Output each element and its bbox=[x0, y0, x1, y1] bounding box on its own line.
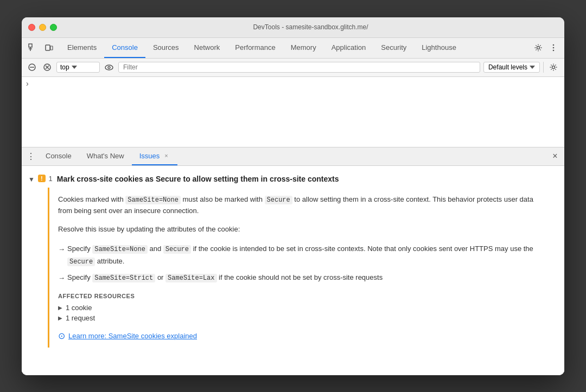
device-toolbar-button[interactable] bbox=[42, 41, 55, 54]
svg-point-7 bbox=[553, 47, 555, 49]
bullet1-code1: SameSite=None bbox=[92, 245, 148, 254]
bullet1-text1: Specify bbox=[67, 245, 92, 253]
context-selector[interactable]: top bbox=[56, 62, 100, 73]
tab-application[interactable]: Application bbox=[324, 38, 374, 58]
bullet2-text3: if the cookie should not be set by cross… bbox=[217, 273, 383, 281]
console-prompt: › bbox=[26, 79, 29, 88]
learn-more: ⊙ Learn more: SameSite cookies explained bbox=[58, 331, 549, 341]
desc-text1: Cookies marked with bbox=[58, 195, 125, 203]
svg-rect-4 bbox=[50, 46, 53, 50]
panel-tab-issues-label: Issues bbox=[139, 152, 160, 160]
default-levels-label: Default levels bbox=[488, 63, 527, 71]
tab-security[interactable]: Security bbox=[373, 38, 414, 58]
request-resource[interactable]: ▶ 1 request bbox=[58, 314, 549, 322]
svg-rect-3 bbox=[46, 45, 50, 50]
close-issues-tab-button[interactable]: × bbox=[163, 152, 169, 159]
context-label: top bbox=[60, 63, 69, 71]
inspect-element-button[interactable] bbox=[26, 41, 39, 54]
issue-warning-badge: ! bbox=[38, 175, 46, 182]
svg-point-6 bbox=[553, 44, 555, 46]
bullet2-code1: SameSite=Strict bbox=[92, 274, 155, 282]
console-settings-button[interactable] bbox=[547, 61, 560, 74]
bottom-panel: ⋮ Console What's New Issues × × ▼ ! bbox=[22, 147, 564, 375]
bullet1-text3: if the cookie is intended to be set in c… bbox=[191, 245, 533, 253]
affected-resources-label: AFFECTED RESOURCES bbox=[58, 293, 549, 299]
desc-text2: must also be marked with bbox=[181, 195, 265, 203]
close-panel-button[interactable]: × bbox=[548, 149, 562, 163]
issue-resolve-text: Resolve this issue by updating the attri… bbox=[58, 224, 549, 235]
eye-button[interactable] bbox=[103, 61, 115, 73]
tab-network[interactable]: Network bbox=[187, 38, 228, 58]
request-toggle-icon: ▶ bbox=[58, 315, 62, 321]
svg-point-15 bbox=[108, 66, 110, 68]
issue-count: 1 bbox=[49, 175, 53, 183]
traffic-lights bbox=[28, 24, 57, 31]
svg-point-14 bbox=[105, 65, 113, 70]
panel-tab-whats-new[interactable]: What's New bbox=[79, 147, 132, 165]
maximize-window-button[interactable] bbox=[50, 24, 57, 31]
window-title: DevTools - samesite-sandbox.glitch.me/ bbox=[63, 23, 558, 31]
issue-title: Mark cross-site cookies as Secure to all… bbox=[57, 175, 339, 183]
filter-input[interactable] bbox=[118, 62, 480, 73]
devtools-panel: Elements Console Sources Network Perform… bbox=[22, 38, 564, 375]
clear-console-button[interactable] bbox=[26, 61, 38, 73]
svg-rect-0 bbox=[29, 44, 32, 47]
title-bar: DevTools - samesite-sandbox.glitch.me/ bbox=[22, 17, 564, 38]
bullet1-text4: attribute. bbox=[95, 257, 124, 265]
svg-point-16 bbox=[552, 66, 555, 69]
settings-button[interactable] bbox=[532, 41, 545, 54]
bullet2-arrow: → bbox=[58, 272, 65, 284]
svg-point-5 bbox=[537, 47, 540, 49]
bullet1-content: Specify SameSite=None and Secure if the … bbox=[67, 243, 549, 267]
learn-more-icon: ⊙ bbox=[58, 331, 65, 341]
bullet1-text2: and bbox=[148, 245, 163, 253]
svg-point-8 bbox=[553, 50, 555, 52]
bullet1-arrow: → bbox=[58, 243, 65, 255]
panel-tab-whats-new-label: What's New bbox=[87, 152, 124, 160]
nav-left-icons bbox=[26, 41, 55, 54]
top-nav: Elements Console Sources Network Perform… bbox=[22, 38, 564, 59]
console-output: › bbox=[22, 77, 564, 147]
minimize-window-button[interactable] bbox=[39, 24, 46, 31]
issue-header: ▼ ! 1 Mark cross-site cookies as Secure … bbox=[22, 170, 564, 188]
nav-right-icons bbox=[532, 41, 560, 54]
desc-code2: Secure bbox=[265, 196, 292, 204]
tab-memory[interactable]: Memory bbox=[283, 38, 324, 58]
more-button[interactable] bbox=[547, 41, 560, 54]
bullet2-text2: or bbox=[155, 273, 165, 281]
devtools-window: DevTools - samesite-sandbox.glitch.me/ bbox=[22, 17, 564, 375]
bullet1-code2: Secure bbox=[163, 245, 191, 254]
bullet2-code2: SameSite=Lax bbox=[165, 274, 216, 282]
panel-tab-console[interactable]: Console bbox=[38, 147, 79, 165]
bullet2-content: Specify SameSite=Strict or SameSite=Lax … bbox=[67, 272, 383, 284]
issue-description: Cookies marked with SameSite=None must a… bbox=[58, 194, 549, 217]
tab-performance[interactable]: Performance bbox=[227, 38, 283, 58]
bullet2-text1: Specify bbox=[67, 273, 92, 281]
issue-toggle-button[interactable]: ▼ bbox=[28, 176, 35, 183]
cookie-resource[interactable]: ▶ 1 cookie bbox=[58, 304, 549, 312]
panel-tab-menu-button[interactable]: ⋮ bbox=[24, 149, 38, 163]
issue-detail: Cookies marked with SameSite=None must a… bbox=[48, 188, 558, 348]
tab-sources[interactable]: Sources bbox=[145, 38, 187, 58]
preserve-log-button[interactable] bbox=[41, 61, 53, 73]
cookie-toggle-icon: ▶ bbox=[58, 305, 62, 311]
issue-bullet-2: → Specify SameSite=Strict or SameSite=La… bbox=[58, 272, 549, 284]
nav-tabs: Elements Console Sources Network Perform… bbox=[60, 38, 532, 58]
issues-content: ▼ ! 1 Mark cross-site cookies as Secure … bbox=[22, 166, 564, 375]
affected-resources: AFFECTED RESOURCES ▶ 1 cookie ▶ 1 reques… bbox=[58, 293, 549, 322]
cookie-resource-label: 1 cookie bbox=[66, 304, 92, 312]
tab-elements[interactable]: Elements bbox=[60, 38, 104, 58]
panel-tab-console-label: Console bbox=[46, 152, 72, 160]
tab-lighthouse[interactable]: Lighthouse bbox=[414, 38, 464, 58]
default-levels-dropdown[interactable]: Default levels bbox=[483, 62, 540, 73]
request-resource-label: 1 request bbox=[66, 314, 95, 322]
learn-more-link[interactable]: Learn more: SameSite cookies explained bbox=[68, 332, 197, 340]
issue-bullet-1: → Specify SameSite=None and Secure if th… bbox=[58, 243, 549, 267]
panel-tab-issues[interactable]: Issues × bbox=[132, 147, 177, 165]
console-toolbar: top Default levels bbox=[22, 59, 564, 77]
desc-code1: SameSite=None bbox=[125, 196, 181, 204]
close-window-button[interactable] bbox=[28, 24, 35, 31]
toolbar-divider bbox=[543, 62, 544, 73]
tab-console[interactable]: Console bbox=[104, 38, 145, 58]
bullet1-code3: Secure bbox=[67, 258, 95, 266]
